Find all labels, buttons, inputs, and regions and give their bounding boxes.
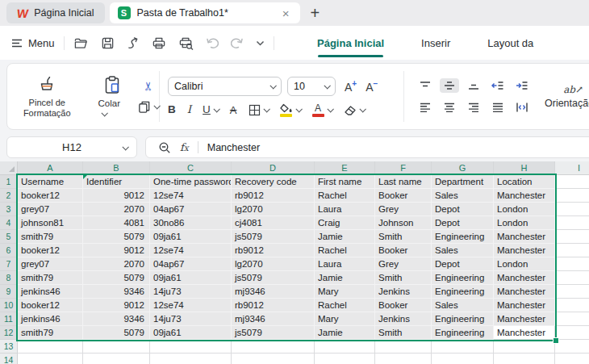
cell-C5[interactable]: 09ja61 bbox=[150, 230, 232, 244]
font-color-button[interactable]: A bbox=[312, 103, 332, 117]
cell-G11[interactable]: Engineering bbox=[432, 312, 494, 326]
cell-G12[interactable]: Engineering bbox=[432, 326, 494, 340]
home-tab[interactable]: W Página Inicial bbox=[6, 2, 105, 23]
cell-A7[interactable]: grey07 bbox=[18, 257, 83, 271]
cell-B7[interactable]: 2070 bbox=[83, 257, 150, 271]
row-header-7[interactable]: 7 bbox=[0, 257, 18, 271]
cell-F2[interactable]: Booker bbox=[375, 189, 432, 203]
cell-D10[interactable]: rb9012 bbox=[232, 299, 315, 312]
insert-function-icon[interactable]: fx bbox=[180, 141, 189, 153]
cell-E4[interactable]: Craig bbox=[315, 216, 375, 230]
cell-A13[interactable] bbox=[18, 340, 83, 354]
cell-H8[interactable]: Manchester bbox=[494, 271, 555, 285]
cell-A5[interactable]: smith79 bbox=[18, 230, 83, 244]
cell-A10[interactable]: booker12 bbox=[18, 299, 83, 312]
cell-G5[interactable]: Engineering bbox=[432, 230, 494, 244]
export-icon[interactable] bbox=[127, 36, 140, 50]
align-left-button[interactable] bbox=[416, 100, 435, 115]
align-bottom-button[interactable] bbox=[464, 78, 483, 93]
cell-B8[interactable]: 5079 bbox=[83, 271, 150, 285]
cell-I13[interactable] bbox=[555, 340, 589, 354]
column-header-C[interactable]: C bbox=[150, 161, 232, 175]
cell-G8[interactable]: Engineering bbox=[432, 271, 494, 285]
cell-C11[interactable]: 14ju73 bbox=[150, 312, 232, 326]
cell-C9[interactable]: 14ju73 bbox=[150, 285, 232, 299]
cell-H1[interactable]: Location bbox=[494, 175, 555, 189]
cell-E6[interactable]: Rachel bbox=[315, 244, 375, 257]
cell-C3[interactable]: 04ap67 bbox=[150, 203, 232, 216]
cell-D11[interactable]: mj9346 bbox=[232, 312, 315, 326]
row-header-12[interactable]: 12 bbox=[0, 326, 18, 340]
column-header-G[interactable]: G bbox=[432, 161, 494, 175]
cell-I8[interactable] bbox=[555, 271, 589, 285]
tab-inserir[interactable]: Inserir bbox=[421, 26, 450, 60]
decrease-indent-button[interactable] bbox=[488, 78, 508, 93]
cell-D4[interactable]: cj4081 bbox=[232, 216, 315, 230]
align-middle-button[interactable] bbox=[440, 78, 459, 93]
cell-G9[interactable]: Engineering bbox=[432, 285, 494, 299]
italic-button[interactable]: I bbox=[187, 104, 191, 115]
cell-I5[interactable] bbox=[555, 230, 589, 244]
cell-A2[interactable]: booker12 bbox=[18, 189, 83, 203]
cell-E9[interactable]: Mary bbox=[315, 285, 375, 299]
print-icon[interactable] bbox=[152, 36, 166, 50]
row-header-11[interactable]: 11 bbox=[0, 312, 18, 326]
cell-I4[interactable] bbox=[555, 216, 589, 230]
cell-D9[interactable]: mj9346 bbox=[232, 285, 315, 299]
cell-I10[interactable] bbox=[555, 299, 589, 312]
cell-B12[interactable]: 5079 bbox=[83, 326, 150, 340]
cell-A14[interactable] bbox=[18, 354, 83, 364]
column-header-F[interactable]: F bbox=[375, 161, 432, 175]
cell-B11[interactable]: 9346 bbox=[83, 312, 150, 326]
cell-F8[interactable]: Smith bbox=[375, 271, 432, 285]
cell-C12[interactable]: 09ja61 bbox=[150, 326, 232, 340]
cell-E3[interactable]: Laura bbox=[315, 203, 375, 216]
cell-A12[interactable]: smith79 bbox=[18, 326, 83, 340]
align-center-button[interactable] bbox=[440, 100, 459, 115]
cell-G13[interactable] bbox=[432, 340, 494, 354]
cell-F11[interactable]: Jenkins bbox=[375, 312, 432, 326]
column-header-D[interactable]: D bbox=[232, 161, 315, 175]
cell-B14[interactable] bbox=[83, 354, 150, 364]
cell-B5[interactable]: 5079 bbox=[83, 230, 150, 244]
cut-icon[interactable]: ✂ bbox=[142, 81, 154, 91]
cell-I11[interactable] bbox=[555, 312, 589, 326]
cell-B9[interactable]: 9346 bbox=[83, 285, 150, 299]
cell-H4[interactable]: London bbox=[494, 216, 555, 230]
cell-E10[interactable]: Rachel bbox=[315, 299, 375, 312]
row-header-10[interactable]: 10 bbox=[0, 299, 18, 312]
cell-F9[interactable]: Jenkins bbox=[375, 285, 432, 299]
cell-H9[interactable]: Manchester bbox=[494, 285, 555, 299]
quick-access-chevron-icon[interactable] bbox=[256, 40, 265, 46]
cell-G4[interactable]: Depot bbox=[432, 216, 494, 230]
cell-A11[interactable]: jenkins46 bbox=[18, 312, 83, 326]
cell-H14[interactable] bbox=[494, 354, 555, 364]
cell-B10[interactable]: 9012 bbox=[83, 299, 150, 312]
row-header-13[interactable]: 13 bbox=[0, 340, 18, 354]
cell-F14[interactable] bbox=[375, 354, 432, 364]
cell-C1[interactable]: One-time password bbox=[150, 175, 232, 189]
wrap-text-button[interactable] bbox=[512, 100, 532, 115]
cell-I2[interactable] bbox=[555, 189, 589, 203]
cell-C7[interactable]: 04ap67 bbox=[150, 257, 232, 271]
borders-button[interactable] bbox=[249, 104, 269, 116]
print-preview-icon[interactable] bbox=[178, 36, 194, 50]
align-top-button[interactable] bbox=[416, 78, 435, 93]
cell-E13[interactable] bbox=[315, 340, 375, 354]
cell-A6[interactable]: booker12 bbox=[18, 244, 83, 257]
cell-E5[interactable]: Jamie bbox=[315, 230, 375, 244]
tab-layout-da-pagina[interactable]: Layout da bbox=[487, 26, 533, 60]
cell-C2[interactable]: 12se74 bbox=[150, 189, 232, 203]
decrease-font-size-button[interactable]: A− bbox=[366, 79, 378, 94]
cell-I12[interactable] bbox=[555, 326, 589, 340]
cell-C6[interactable]: 12se74 bbox=[150, 244, 232, 257]
row-header-9[interactable]: 9 bbox=[0, 285, 18, 299]
cell-I1[interactable] bbox=[555, 175, 589, 189]
cell-C14[interactable] bbox=[150, 354, 232, 364]
cell-F12[interactable]: Smith bbox=[375, 326, 432, 340]
cell-G10[interactable]: Sales bbox=[432, 299, 494, 312]
cell-I7[interactable] bbox=[555, 257, 589, 271]
cell-C10[interactable]: 12se74 bbox=[150, 299, 232, 312]
clear-format-button[interactable] bbox=[344, 104, 365, 115]
cell-F1[interactable]: Last name bbox=[375, 175, 432, 189]
